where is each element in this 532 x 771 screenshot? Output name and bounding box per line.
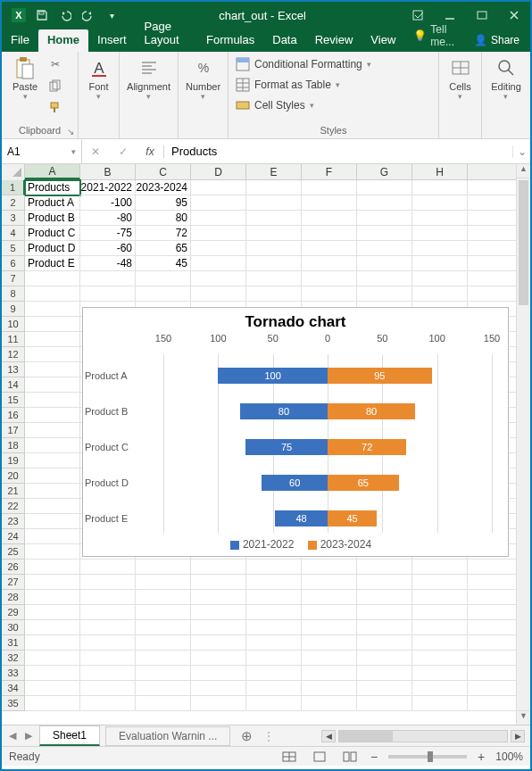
cell[interactable]: [302, 666, 357, 681]
column-header[interactable]: E: [246, 164, 302, 179]
cell[interactable]: [302, 635, 357, 651]
cell[interactable]: [25, 302, 80, 317]
cell[interactable]: [136, 575, 191, 590]
cell[interactable]: [302, 681, 357, 696]
row-header[interactable]: 3: [2, 211, 25, 226]
cell[interactable]: [468, 605, 523, 620]
cell[interactable]: [302, 696, 357, 711]
cell[interactable]: [412, 241, 468, 256]
tab-review[interactable]: Review: [306, 29, 362, 52]
cell[interactable]: [25, 393, 80, 408]
cell[interactable]: [357, 241, 412, 256]
row-header[interactable]: 27: [2, 575, 25, 590]
cell[interactable]: [246, 211, 302, 226]
cell[interactable]: Product B: [25, 211, 80, 226]
scroll-up-icon[interactable]: ▲: [517, 164, 530, 178]
cell[interactable]: [191, 635, 246, 651]
cell[interactable]: [357, 651, 412, 666]
cell[interactable]: [25, 681, 80, 696]
row-header[interactable]: 2: [2, 195, 25, 211]
cell[interactable]: [25, 468, 80, 484]
vertical-scrollbar[interactable]: ▲ ▼: [516, 164, 530, 725]
cell[interactable]: [412, 620, 468, 635]
cell[interactable]: Product A: [25, 195, 80, 211]
row-header[interactable]: 23: [2, 514, 25, 529]
cell[interactable]: [136, 696, 191, 711]
tab-view[interactable]: View: [362, 29, 404, 52]
cell[interactable]: [25, 620, 80, 635]
cell[interactable]: [246, 575, 302, 590]
cell[interactable]: [246, 286, 302, 302]
tab-nav-prev-icon[interactable]: ◀: [7, 730, 18, 742]
cell[interactable]: [412, 590, 468, 605]
expand-formula-icon[interactable]: ⌄: [512, 145, 530, 158]
cell[interactable]: [191, 271, 246, 286]
cell[interactable]: [412, 605, 468, 620]
tab-insert[interactable]: Insert: [88, 29, 136, 52]
sheet-tab-inactive[interactable]: Evaluation Warnin ...: [105, 726, 230, 746]
cell[interactable]: -75: [80, 226, 136, 241]
cell[interactable]: [246, 195, 302, 211]
row-header[interactable]: 24: [2, 529, 25, 544]
cell[interactable]: [80, 635, 136, 651]
cell[interactable]: 45: [136, 256, 191, 271]
cell[interactable]: [25, 286, 80, 302]
cell-styles-button[interactable]: Cell Styles ▾: [236, 96, 314, 114]
cell[interactable]: [468, 590, 523, 605]
cell[interactable]: [468, 666, 523, 681]
cell[interactable]: [25, 271, 80, 286]
cell[interactable]: [246, 651, 302, 666]
scroll-thumb[interactable]: [519, 180, 528, 305]
cell[interactable]: [468, 620, 523, 635]
cell[interactable]: [191, 241, 246, 256]
cell[interactable]: [357, 195, 412, 211]
cell[interactable]: [25, 377, 80, 393]
cell[interactable]: [191, 620, 246, 635]
normal-view-icon[interactable]: [279, 750, 299, 764]
cell[interactable]: [136, 635, 191, 651]
cell[interactable]: [357, 180, 412, 195]
cell[interactable]: [302, 575, 357, 590]
cell[interactable]: -60: [80, 241, 136, 256]
row-header[interactable]: 9: [2, 302, 25, 317]
page-break-view-icon[interactable]: [340, 750, 360, 764]
zoom-level[interactable]: 100%: [495, 750, 523, 763]
undo-icon[interactable]: [54, 3, 77, 28]
cell[interactable]: [468, 211, 523, 226]
cell[interactable]: [468, 256, 523, 271]
cell[interactable]: [246, 241, 302, 256]
cell[interactable]: [468, 271, 523, 286]
cell[interactable]: [80, 651, 136, 666]
cell[interactable]: [80, 575, 136, 590]
cell[interactable]: [25, 484, 80, 499]
cell[interactable]: [357, 696, 412, 711]
select-all-triangle[interactable]: [2, 164, 25, 180]
cell[interactable]: [357, 286, 412, 302]
cell[interactable]: [302, 195, 357, 211]
cell[interactable]: [191, 651, 246, 666]
cell[interactable]: [191, 560, 246, 575]
row-header[interactable]: 12: [2, 347, 25, 362]
cell[interactable]: [25, 317, 80, 332]
cell[interactable]: [302, 180, 357, 195]
cell[interactable]: [357, 590, 412, 605]
cell[interactable]: [80, 590, 136, 605]
cell[interactable]: [412, 635, 468, 651]
cell[interactable]: [25, 362, 80, 377]
cell[interactable]: [25, 651, 80, 666]
cell[interactable]: [412, 195, 468, 211]
cell[interactable]: [25, 408, 80, 423]
cell[interactable]: 72: [136, 226, 191, 241]
page-layout-view-icon[interactable]: [310, 750, 329, 764]
cell[interactable]: [302, 620, 357, 635]
cell[interactable]: [80, 696, 136, 711]
horizontal-scrollbar[interactable]: [338, 730, 508, 742]
hscroll-right-icon[interactable]: ▶: [511, 730, 525, 742]
cell[interactable]: [468, 226, 523, 241]
tab-nav-next-icon[interactable]: ▶: [23, 730, 34, 742]
row-header[interactable]: 25: [2, 544, 25, 560]
column-header[interactable]: F: [302, 164, 357, 179]
cell[interactable]: [246, 666, 302, 681]
hscroll-left-icon[interactable]: ◀: [321, 730, 336, 742]
row-header[interactable]: 31: [2, 635, 25, 651]
